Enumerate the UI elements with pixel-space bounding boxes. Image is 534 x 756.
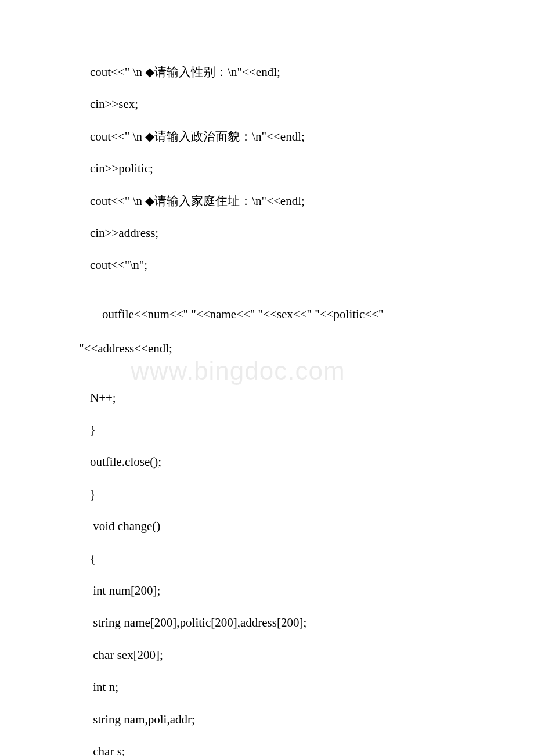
code-line: string nam,poli,addr; (67, 711, 467, 728)
code-line: cout<<" \n ◆请输入家庭住址：\n"<<endl; (67, 193, 467, 210)
code-line: void change() (67, 518, 467, 535)
code-line: cout<<" \n ◆请输入政治面貌：\n"<<endl; (67, 128, 467, 145)
code-line: } (67, 422, 467, 438)
code-line-part2: "<<address<<endl; (79, 341, 172, 355)
code-line: cin>>sex; (67, 96, 467, 113)
code-line: char sex[200]; (67, 647, 467, 664)
code-line: cout<<" \n ◆请输入性别：\n"<<endl; (67, 64, 467, 81)
code-line-part1: outfile<<num<<" "<<name<<" "<<sex<<" "<<… (79, 307, 384, 321)
code-line: } (67, 486, 467, 503)
code-line: cin>>politic; (67, 160, 467, 177)
code-content: cout<<" \n ◆请输入性别：\n"<<endl; cin>>sex; c… (0, 0, 534, 756)
code-line: N++; (67, 390, 467, 406)
code-line-wrapped: outfile<<num<<" "<<name<<" "<<sex<<" "<<… (67, 289, 467, 375)
code-line: cout<<"\n"; (67, 257, 467, 273)
code-line: int num[200]; (67, 582, 467, 599)
code-line: { (67, 550, 467, 567)
code-line: string name[200],politic[200],address[20… (67, 614, 467, 631)
code-line: char s; (67, 743, 467, 756)
code-line: outfile.close(); (67, 453, 467, 470)
code-line: int n; (67, 679, 467, 696)
code-line: cin>>address; (67, 225, 467, 242)
